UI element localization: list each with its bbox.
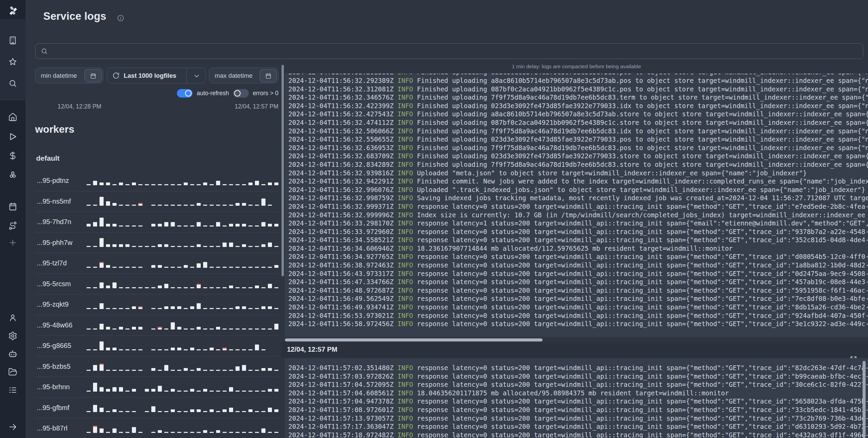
sparkline-bar [112, 387, 117, 392]
vertical-scrollbar[interactable] [863, 361, 866, 438]
max-datetime-input[interactable]: max datetime [209, 68, 278, 84]
sparkline-bar [112, 428, 117, 433]
worker-row[interactable]: ...95-gfbmf [35, 398, 278, 419]
worker-row[interactable]: ...95-brhnn [35, 377, 278, 398]
worker-row[interactable]: ...95-zqkt9 [35, 294, 278, 315]
sparkline-bar [171, 267, 175, 268]
sparkline-bar [119, 308, 123, 309]
worker-row[interactable]: ...95-phh7w [35, 233, 278, 253]
search-input[interactable] [51, 48, 863, 55]
worker-row[interactable]: ...95-7hd7n [35, 212, 278, 233]
sparkline-bar [119, 225, 123, 227]
sparkline-bar [158, 184, 162, 185]
sparkline-bar [119, 205, 123, 206]
chevron-down-icon[interactable] [193, 72, 200, 80]
sparkline-bar [87, 411, 91, 412]
sidebar-item-variables[interactable] [8, 151, 17, 160]
sparkline-bar [132, 287, 136, 288]
sparkline-bar [171, 370, 175, 371]
range-end: 12/04, 12:57 PM [235, 103, 278, 110]
worker-row[interactable]: ...95-tzl7d [35, 253, 278, 274]
sparkline-bar [138, 246, 142, 247]
sparkline-bar [242, 267, 246, 268]
worker-row[interactable]: ...95-ns5mf [35, 191, 278, 212]
sidebar-item-schedules[interactable] [8, 202, 17, 211]
sparkline-bar-error [197, 284, 201, 288]
sparkline-bar [184, 205, 188, 206]
worker-activity-sparkline [87, 300, 278, 310]
sparkline-bar [145, 389, 149, 392]
sparkline-bar [171, 322, 175, 330]
log-panel-current: 2024-12-04T11:56:32.292389Z INFO Finishe… [285, 73, 868, 337]
sparkline-bar [93, 222, 97, 227]
info-icon[interactable] [117, 14, 124, 22]
errors-toggle[interactable] [233, 89, 249, 98]
worker-row[interactable]: ...95-5rcsm [35, 274, 278, 295]
sparkline-bar [190, 409, 194, 412]
sidebar-item-favorites[interactable] [8, 57, 17, 67]
sidebar-item-settings[interactable] [8, 331, 17, 340]
sparkline-bar [87, 328, 91, 330]
log-message: Uploaded "meta.json" to object store tar… [417, 169, 807, 177]
worker-row[interactable]: ...95-b87rl [35, 418, 278, 438]
sidebar-item-workers[interactable] [8, 349, 17, 359]
log-line: 2024-12-04T11:57:04.947378Z INFO respons… [288, 397, 868, 406]
sparkline-bar [235, 306, 240, 309]
sparkline-bar [229, 224, 233, 227]
sidebar-item-flows[interactable] [8, 221, 17, 230]
sparkline-bar [151, 406, 155, 412]
logfiles-dropdown[interactable]: Last 1000 logfiles [107, 68, 206, 84]
sidebar-item-folders[interactable] [8, 367, 17, 377]
sidebar-item-add[interactable] [8, 238, 17, 247]
sparkline-bar [132, 182, 136, 185]
sidebar-item-workspace[interactable] [8, 36, 17, 45]
min-datetime-calendar-button[interactable] [85, 69, 102, 82]
worker-row[interactable]: ...95-bzbs5 [35, 356, 278, 377]
log-line: 2024-12-04T11:56:32.422399Z INFO Finishe… [288, 102, 868, 110]
log-line: 2024-12-04T11:56:33.298170Z INFO respons… [288, 219, 868, 228]
search-icon [41, 47, 48, 55]
worker-row[interactable]: ...95-g8665 [35, 336, 278, 356]
sparkline-bar-error [100, 364, 104, 371]
sparkline-bar [216, 327, 220, 330]
sparkline-bar [100, 182, 104, 185]
left-panel-scrollbar[interactable] [281, 65, 284, 276]
sparkline-bar [216, 222, 220, 227]
horizontal-scrollbar[interactable] [285, 338, 543, 341]
sparkline-bar [112, 370, 117, 371]
worker-name: ...95-brhnn [35, 383, 87, 391]
sparkline-bar [229, 349, 233, 350]
sparkline-bar [261, 184, 265, 185]
sidebar-item-search[interactable] [8, 79, 17, 88]
sparkline-bar [100, 324, 104, 330]
log-message: response latency=0 status=200 target=win… [417, 414, 868, 422]
log-timestamp: 2024-12-04T11:56:32.683709Z [288, 152, 394, 160]
max-datetime-calendar-button[interactable] [260, 69, 277, 82]
sidebar-item-user[interactable] [8, 313, 17, 322]
range-start: 12/04, 12:28 PM [58, 103, 101, 110]
worker-row[interactable]: ...95-48w66 [35, 315, 278, 336]
refresh-icon [112, 72, 120, 79]
worker-activity-sparkline [87, 403, 278, 413]
sidebar-expand-icon[interactable] [8, 422, 17, 432]
log-message: response latency=0 status=200 target=win… [417, 406, 868, 413]
worker-row[interactable]: ...95-pdtnz [35, 171, 278, 191]
windmill-logo-icon[interactable] [6, 4, 19, 17]
sparkline-bar [261, 349, 265, 350]
sparkline-bar [164, 306, 168, 309]
sparkline-bar [210, 348, 214, 350]
sparkline-bar [261, 222, 265, 227]
auto-refresh-toggle[interactable] [177, 89, 193, 98]
sparkline-bar [223, 243, 227, 247]
sparkline-bar [106, 224, 110, 227]
sidebar-item-resources[interactable] [8, 171, 17, 180]
sidebar-item-logs[interactable] [8, 385, 17, 395]
worker-activity-sparkline [87, 196, 278, 206]
sparkline-bar [184, 308, 188, 309]
sidebar-item-runs[interactable] [8, 132, 17, 141]
sidebar-item-home[interactable] [8, 113, 17, 122]
sparkline-bar [164, 411, 168, 412]
min-datetime-input[interactable]: min datetime [35, 68, 103, 84]
sparkline-bar [100, 197, 104, 206]
sparkline-bar [132, 246, 136, 247]
